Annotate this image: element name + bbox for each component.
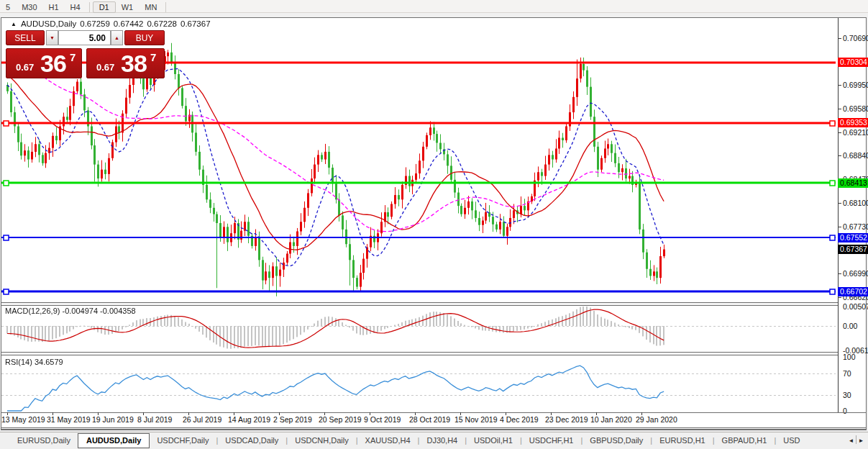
price-tick <box>839 297 841 298</box>
sell-button[interactable]: SELL <box>6 30 45 45</box>
chart-tab-usdcnh-daily[interactable]: USDCNH,Daily <box>288 433 356 448</box>
timeframe-button-mn[interactable]: MN <box>139 1 163 13</box>
chart-tab-gbpusd-daily[interactable]: GBPUSD,Daily <box>583 433 650 448</box>
tabs-scroll-right-button[interactable]: ► <box>856 433 866 449</box>
date-label: 15 Nov 2019 <box>454 415 498 424</box>
price-tick-label: 0.68100 <box>843 199 868 207</box>
chart-tab-gbpaud-h1[interactable]: GBPAUD,H1 <box>715 433 775 448</box>
date-axis-line <box>1 412 866 413</box>
rsi-axis-label: 100 <box>843 353 856 361</box>
date-label: 28 Oct 2019 <box>409 415 450 424</box>
date-label: 26 Jul 2019 <box>183 415 221 424</box>
price-tick-label: 0.67730 <box>843 222 868 231</box>
ohlc-high: 0.67442 <box>114 19 144 28</box>
price-tick-label: 0.66990 <box>843 269 868 278</box>
date-label: 23 Dec 2019 <box>545 415 588 424</box>
collapse-panel-icon[interactable]: ▲ <box>11 21 17 27</box>
date-label: 9 Oct 2019 <box>364 415 401 424</box>
macd-axis-label: 0.00 <box>843 322 857 330</box>
date-label: 8 Jul 2019 <box>137 415 172 424</box>
timeframe-button-m30[interactable]: M30 <box>16 1 42 13</box>
ohlc-open: 0.67259 <box>80 19 110 28</box>
price-badge: 0.69353 <box>838 118 868 127</box>
ohlc-info-line: ▲AUDUSD,Daily0.672590.674420.672280.6736… <box>11 19 211 28</box>
buy-button[interactable]: BUY <box>124 30 165 45</box>
price-badge: 0.67367 <box>838 245 868 254</box>
volume-input[interactable] <box>58 30 111 45</box>
sell-price-big-digits: 36 <box>40 50 66 78</box>
sell-price-prefix: 0.67 <box>16 62 34 73</box>
sell-price-pip-digit: 7 <box>70 51 76 63</box>
chart-tab-audusd-daily[interactable]: AUDUSD,Daily <box>78 433 150 448</box>
date-label: 20 Sep 2019 <box>319 415 362 424</box>
macd-indicator-label: MACD(12,26,9) -0.004974 -0.004358 <box>5 307 136 315</box>
chart-tab-eurusd-daily[interactable]: EURUSD,Daily <box>10 433 78 448</box>
chart-tabs-bar: EURUSD,DailyAUDUSD,DailyUSDCHF,Daily|USD… <box>0 432 868 449</box>
price-badge: 0.67552 <box>838 233 868 242</box>
volume-decrease-button[interactable]: ▼ <box>46 30 58 45</box>
price-tick-label: 0.69580 <box>843 104 868 113</box>
price-tick <box>839 85 841 86</box>
price-tick <box>839 38 841 39</box>
tab-scroll-arrows: ◄► <box>844 432 868 448</box>
price-tick-label: 0.68840 <box>843 151 868 160</box>
rsi-axis-label: 0 <box>843 407 847 415</box>
buy-price-big-digits: 38 <box>121 50 147 78</box>
date-label: 29 Jan 2020 <box>636 415 677 424</box>
chart-symbol-period: AUDUSD,Daily <box>21 19 76 28</box>
date-label: 14 Aug 2019 <box>228 415 270 424</box>
timeframe-button-h1[interactable]: H1 <box>43 1 65 13</box>
price-tick <box>839 273 841 274</box>
rsi-axis-label: 70 <box>843 369 851 378</box>
rsi-indicator-label: RSI(14) 34.6579 <box>5 358 63 366</box>
price-badge: 0.66702 <box>838 287 868 296</box>
tabs-scroll-left-button[interactable]: ◄ <box>846 433 856 449</box>
timeframe-button-5[interactable]: 5 <box>0 1 16 13</box>
buy-price-pip-digit: 7 <box>150 51 156 63</box>
timeframe-button-w1[interactable]: W1 <box>116 1 140 13</box>
one-click-trading-panel: SELL ▼ ▲ BUY 0.67 36 7 0.67 38 7 <box>6 30 165 78</box>
price-tick-label: 0.70690 <box>843 34 868 42</box>
ohlc-low: 0.67228 <box>147 19 177 28</box>
chart-tab-usdchf-daily[interactable]: USDCHF,Daily <box>150 433 216 448</box>
pane-splitter-rsi[interactable] <box>1 352 838 355</box>
chart-tab-xauusd-h4[interactable]: XAUUSD,H4 <box>358 433 418 448</box>
price-axis-line <box>838 18 839 412</box>
ohlc-close: 0.67367 <box>181 19 211 28</box>
chart-frame-line <box>1 429 866 430</box>
date-label: 2 Sep 2019 <box>273 415 312 424</box>
pane-splitter-macd[interactable] <box>1 302 838 306</box>
chart-tab-usdchf-h1[interactable]: USDCHF,H1 <box>522 433 581 448</box>
chart-tab-usdcad-daily[interactable]: USDCAD,Daily <box>218 433 285 448</box>
chart-tab-dj30-h4[interactable]: DJ30,H4 <box>419 433 465 448</box>
date-label: 10 Jan 2020 <box>590 415 632 424</box>
price-tick <box>839 109 841 109</box>
price-tick-label: 0.69950 <box>843 81 868 89</box>
chart-tab-usd[interactable]: USD <box>776 433 807 448</box>
toolbar-separator <box>89 2 90 12</box>
price-tick <box>839 203 841 204</box>
chart-tab-usdoil-h1[interactable]: USDOil,H1 <box>467 433 520 448</box>
price-tick <box>839 155 841 156</box>
price-tick-label: 0.69210 <box>843 128 868 137</box>
rsi-axis-label: 30 <box>843 391 851 399</box>
timeframe-button-d1[interactable]: D1 <box>93 1 116 13</box>
date-label: 13 May 2019 <box>1 415 45 424</box>
timeframe-toolbar: 5M30H1H4D1W1MN <box>0 0 868 13</box>
price-badge: 0.70304 <box>838 58 868 67</box>
macd-axis-label: 0.005076 <box>843 302 868 311</box>
chart-window: ▲AUDUSD,Daily0.672590.674420.672280.6736… <box>1 17 867 430</box>
chart-tab-eurusd-h1[interactable]: EURUSD,H1 <box>652 433 713 448</box>
chart-frame-line <box>1 427 866 428</box>
price-tick <box>839 132 841 133</box>
price-tick <box>839 227 841 227</box>
buy-price-prefix: 0.67 <box>96 62 114 73</box>
sell-price-button[interactable]: 0.67 36 7 <box>6 48 82 78</box>
date-label: 19 Jun 2019 <box>92 415 134 424</box>
timeframe-button-h4[interactable]: H4 <box>65 1 86 13</box>
buy-price-button[interactable]: 0.67 38 7 <box>86 48 165 78</box>
date-label: 31 May 2019 <box>47 415 91 424</box>
date-label: 4 Dec 2019 <box>500 415 539 424</box>
volume-increase-button[interactable]: ▲ <box>111 30 123 45</box>
toolbar-separator <box>165 2 166 12</box>
